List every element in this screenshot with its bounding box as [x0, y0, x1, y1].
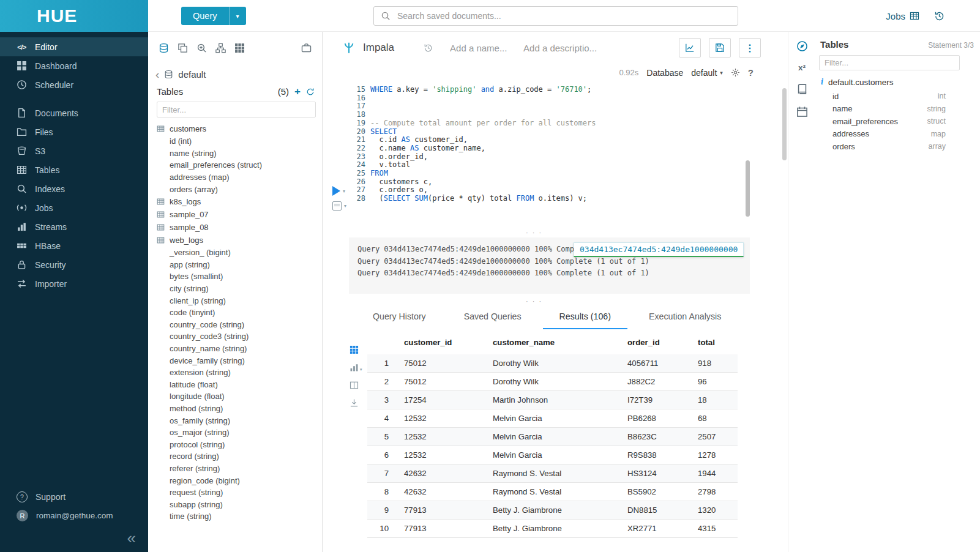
assist-column[interactable]: os_major (string) [157, 427, 322, 439]
assist-column[interactable]: url (string) [157, 523, 322, 524]
settings-button[interactable] [731, 68, 740, 77]
assist-table-k8s-logs[interactable]: k8s_logs [157, 195, 322, 208]
query-id-popup[interactable]: 034d413ec7474ed5:4249de1000000000 [574, 242, 744, 257]
results-header-total[interactable]: total [689, 329, 738, 354]
sidebar-item-jobs[interactable]: Jobs [0, 198, 148, 217]
grid-view-icon[interactable] [350, 345, 359, 354]
chart-button[interactable] [679, 38, 701, 58]
assist-column[interactable]: subapp (string) [157, 498, 322, 510]
explain-button[interactable]: ▾ [332, 201, 346, 211]
assist-column[interactable]: app (string) [157, 259, 322, 271]
assist-column-addresses[interactable]: addressesmap [832, 128, 980, 141]
sidebar-item-scheduler[interactable]: Scheduler [0, 75, 148, 94]
table-row[interactable]: 412532Melvin GarciaPB626868 [367, 409, 738, 428]
assist-column[interactable]: protocol (string) [157, 438, 322, 450]
tab-execution-analysis[interactable]: Execution Analysis [632, 305, 738, 329]
query-button-label[interactable]: Query [181, 7, 229, 25]
sitemap-icon[interactable] [215, 43, 226, 53]
save-button[interactable] [709, 38, 731, 58]
table-row[interactable]: 842632Raymond S. VestalBS59022798 [367, 483, 738, 501]
collapse-sidebar-icon[interactable]: « [127, 529, 136, 547]
table-row[interactable]: 512532Melvin GarciaB8623C2507 [367, 428, 738, 446]
search-input[interactable] [396, 10, 731, 21]
sidebar-item-importer[interactable]: Importer [0, 274, 148, 293]
table-filter-input[interactable] [157, 102, 316, 117]
results-header-customer-name[interactable]: customer_name [484, 329, 618, 354]
assist-column[interactable]: longitude (float) [157, 390, 322, 403]
sidebar-item-editor[interactable]: </>Editor [0, 37, 148, 56]
new-query-button[interactable]: Query ▾ [181, 7, 246, 25]
hue-logo[interactable]: HUE [0, 0, 148, 32]
assist-column[interactable]: country_code3 (string) [157, 330, 322, 343]
sidebar-item-dashboard[interactable]: Dashboard [0, 56, 148, 75]
assist-column[interactable]: record (string) [157, 450, 322, 463]
jobs-link[interactable]: Jobs [886, 11, 919, 21]
panel-scrollbar-thumb[interactable] [782, 88, 787, 160]
snippet-history-button[interactable] [424, 43, 433, 53]
table-row[interactable]: 1077913Betty J. GiambroneXR27714315 [367, 520, 738, 538]
table-row[interactable]: 612532Melvin GarciaR9S8381278 [367, 446, 738, 464]
sidebar-item-security[interactable]: Security [0, 255, 148, 274]
assist-table-sample-07[interactable]: sample_07 [157, 208, 322, 221]
code-lines[interactable]: WHERE a.key = 'shipping' and a.zip_code … [370, 86, 596, 203]
assist-column[interactable]: code (tinyint) [157, 307, 322, 319]
functions-icon[interactable]: x² [798, 63, 806, 72]
schedule-icon[interactable] [796, 106, 808, 117]
assist-column[interactable]: time (string) [157, 510, 322, 523]
assist-table-customers[interactable]: customers [157, 122, 322, 135]
assist-column[interactable]: request (string) [157, 487, 322, 499]
results-header-customer-id[interactable]: customer_id [395, 329, 484, 354]
assist-column[interactable]: extension (string) [157, 367, 322, 379]
assist-column[interactable]: method (string) [157, 403, 322, 415]
assist-column-orders[interactable]: ordersarray [832, 140, 980, 153]
briefcase-icon[interactable] [301, 43, 312, 53]
assist-table-web-logs[interactable]: web_logs [157, 234, 322, 247]
add-table-icon[interactable]: + [294, 88, 301, 96]
results-header-order-id[interactable]: order_id [618, 329, 689, 354]
assist-table-sample-08[interactable]: sample_08 [157, 221, 322, 234]
assist-column[interactable]: country_code (string) [157, 319, 322, 331]
sidebar-item-streams[interactable]: Streams [0, 217, 148, 236]
sidebar-item-indexes[interactable]: Indexes [0, 179, 148, 198]
assist-column[interactable]: referer (string) [157, 463, 322, 475]
code-editor[interactable]: 1516171819202122232425262728 WHERE a.key… [323, 83, 757, 236]
breadcrumb-database-name[interactable]: default [178, 69, 206, 80]
apps-icon[interactable] [234, 43, 245, 53]
editor-scrollbar-thumb[interactable] [746, 160, 750, 217]
sidebar-item-files[interactable]: Files [0, 122, 148, 141]
assist-column[interactable]: latitude (float) [157, 379, 322, 391]
back-chevron-icon[interactable]: ‹ [155, 70, 159, 79]
assist-column[interactable]: country_name (string) [157, 343, 322, 355]
assist-column-email-preferences[interactable]: email_preferencesstruct [832, 115, 980, 128]
download-icon[interactable] [350, 398, 359, 408]
sidebar-item-tables[interactable]: Tables [0, 160, 148, 179]
chart-view-button[interactable]: ▾ [350, 363, 362, 372]
language-reference-icon[interactable] [796, 83, 808, 95]
documents-icon[interactable] [178, 43, 188, 53]
assist-column[interactable]: city (string) [157, 283, 322, 295]
sidebar-item-s3[interactable]: S3 [0, 141, 148, 160]
sidebar-item-support[interactable]: ? Support [0, 487, 148, 506]
sidebar-item-hbase[interactable]: HBase [0, 236, 148, 255]
data-source-icon[interactable] [159, 43, 169, 53]
right-filter-input[interactable] [819, 55, 960, 70]
assist-column[interactable]: id (int) [157, 135, 322, 147]
assist-column[interactable]: os_family (string) [157, 414, 322, 427]
table-row[interactable]: 175012Dorothy Wilk4056711918 [367, 354, 738, 373]
sidebar-account[interactable]: R romain@gethue.com [0, 506, 148, 525]
query-dropdown-caret-icon[interactable]: ▾ [229, 7, 246, 25]
refresh-icon[interactable] [306, 88, 315, 96]
assist-column[interactable]: bytes (smallint) [157, 270, 322, 283]
table-row[interactable]: 317254Martin JohnsonI72T3918 [367, 391, 738, 409]
columns-view-icon[interactable] [350, 381, 359, 390]
assist-column[interactable]: region_code (bigint) [157, 474, 322, 487]
query-description-input[interactable] [522, 42, 605, 54]
assist-column[interactable]: addresses (map) [157, 171, 322, 184]
assist-column[interactable]: device_family (string) [157, 354, 322, 367]
assist-column[interactable]: client_ip (string) [157, 294, 322, 307]
search-plus-icon[interactable] [196, 43, 207, 53]
active-table-row[interactable]: i default.customers [819, 70, 980, 90]
resize-handle[interactable] [349, 297, 719, 304]
results-header-row-number[interactable] [367, 329, 395, 354]
assist-column[interactable]: email_preferences (struct) [157, 159, 322, 171]
